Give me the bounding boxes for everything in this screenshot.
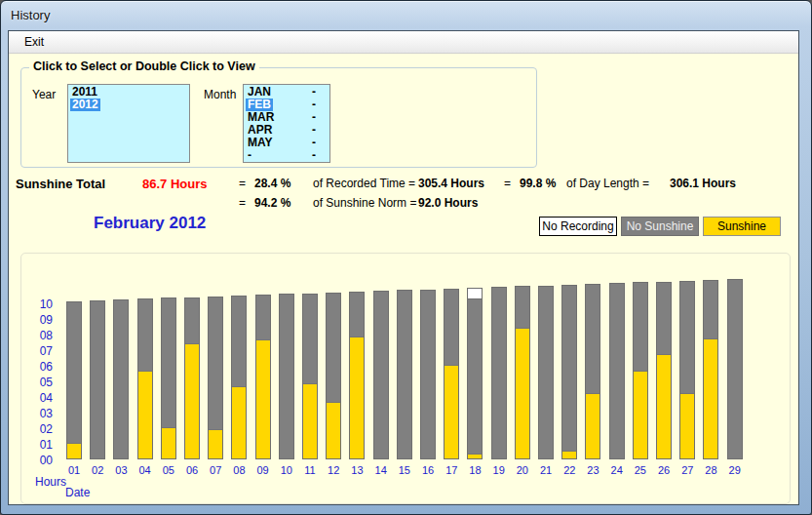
title-bar[interactable]: History xyxy=(1,1,811,30)
sunshine-norm-label: of Sunshine Norm = xyxy=(313,196,416,210)
menu-item-exit[interactable]: Exit xyxy=(15,32,54,52)
no-sunshine-segment xyxy=(634,283,647,371)
equals-sign: = xyxy=(239,177,246,190)
no-sunshine-segment xyxy=(256,296,270,339)
no-sunshine-segment xyxy=(162,298,175,427)
year-item-2012[interactable]: 2012 xyxy=(68,99,189,111)
sunshine-segment xyxy=(303,383,317,458)
x-tick-17: 17 xyxy=(444,464,459,476)
norm-hours-value: 92.0 Hours xyxy=(418,196,478,210)
sunshine-total-label: Sunshine Total xyxy=(16,177,105,191)
day-bar-11 xyxy=(302,294,318,459)
day-bar-19 xyxy=(491,287,507,459)
no-sunshine-segment xyxy=(704,281,717,338)
no-sunshine-segment xyxy=(421,291,435,458)
history-window: History Exit Click to Select or Double C… xyxy=(0,0,812,515)
month-item--[interactable]: -- xyxy=(244,149,329,162)
day-bar-26 xyxy=(656,282,672,459)
day-bar-12 xyxy=(326,293,341,459)
sunshine-segment xyxy=(468,454,482,458)
day-bar-05 xyxy=(161,297,176,459)
no-sunshine-segment xyxy=(91,301,104,458)
x-tick-22: 22 xyxy=(561,464,577,476)
day-bar-08 xyxy=(231,296,247,459)
window-client-area: Exit Click to Select or Double Click to … xyxy=(8,30,799,505)
x-tick-08: 08 xyxy=(231,464,247,476)
sunshine-segment xyxy=(704,338,717,458)
summary-row-1: Sunshine Total 86.7 Hours = 28.4 % of Re… xyxy=(9,177,798,192)
no-sunshine-segment xyxy=(327,294,340,402)
no-sunshine-segment xyxy=(728,280,742,458)
no-sunshine-segment xyxy=(610,284,624,458)
pct-of-recorded: 28.4 % xyxy=(254,177,290,190)
recorded-time-label: of Recorded Time = xyxy=(313,177,415,190)
no-sunshine-segment xyxy=(586,285,599,393)
month-item-may[interactable]: MAY- xyxy=(244,137,329,149)
no-sunshine-segment xyxy=(374,292,388,458)
no-sunshine-segment xyxy=(232,297,246,386)
form-content: Click to Select or Double Click to View … xyxy=(9,54,798,504)
sunshine-segment xyxy=(516,328,529,458)
day-bar-10 xyxy=(279,294,294,459)
day-bar-15 xyxy=(397,290,412,459)
x-tick-25: 25 xyxy=(633,464,648,476)
no-sunshine-segment xyxy=(492,288,506,458)
x-tick-10: 10 xyxy=(279,464,294,476)
list-item-value: - xyxy=(312,149,316,162)
sunshine-segment xyxy=(445,365,458,458)
day-bar-22 xyxy=(561,285,577,459)
no-sunshine-segment xyxy=(303,295,317,383)
no-sunshine-segment xyxy=(539,287,553,458)
y-axis-title: Hours xyxy=(35,475,66,489)
x-tick-01: 01 xyxy=(66,464,82,476)
day-bar-16 xyxy=(420,290,436,459)
no-sunshine-segment xyxy=(468,299,482,454)
sunshine-segment xyxy=(232,386,246,458)
month-listbox[interactable]: JAN-FEB-MAR-APR-MAY--- xyxy=(243,84,330,163)
day-bar-20 xyxy=(515,286,530,459)
day-length-hours-value: 306.1 Hours xyxy=(670,177,736,190)
no-sunshine-segment xyxy=(350,293,364,337)
no-sunshine-segment xyxy=(680,282,694,393)
sunshine-segment xyxy=(634,371,647,458)
y-tick-06: 06 xyxy=(21,360,53,374)
x-tick-27: 27 xyxy=(679,464,695,476)
year-label: Year xyxy=(32,88,56,101)
x-tick-11: 11 xyxy=(302,464,318,476)
y-tick-04: 04 xyxy=(21,391,53,405)
no-recording-segment xyxy=(468,289,482,299)
y-tick-01: 01 xyxy=(21,438,53,452)
x-tick-20: 20 xyxy=(515,464,530,476)
x-tick-21: 21 xyxy=(538,464,554,476)
groupbox-title: Click to Select or Double Click to View xyxy=(29,59,259,73)
year-listbox[interactable]: 20112012 xyxy=(67,84,190,163)
day-bar-02 xyxy=(90,300,105,459)
selector-groupbox: Click to Select or Double Click to View … xyxy=(20,67,537,168)
sunshine-segment xyxy=(586,393,599,458)
no-sunshine-segment xyxy=(445,290,458,365)
day-bar-03 xyxy=(113,299,129,459)
day-bar-01 xyxy=(66,301,82,459)
day-bar-14 xyxy=(373,291,389,459)
day-bar-21 xyxy=(538,286,554,459)
y-tick-08: 08 xyxy=(21,329,53,342)
x-tick-07: 07 xyxy=(208,464,223,476)
no-sunshine-segment xyxy=(280,295,293,458)
no-sunshine-segment xyxy=(657,283,671,354)
sunshine-segment xyxy=(680,393,694,458)
day-bar-29 xyxy=(727,279,743,459)
day-bar-24 xyxy=(609,283,625,459)
day-bar-23 xyxy=(585,284,600,459)
day-bar-18 xyxy=(467,288,483,459)
day-bar-28 xyxy=(703,280,718,459)
x-axis-labels: 0102030405060708091011121314151617181920… xyxy=(66,464,743,476)
x-tick-09: 09 xyxy=(255,464,271,476)
x-tick-06: 06 xyxy=(184,464,200,476)
sunshine-segment xyxy=(185,343,199,458)
day-bar-09 xyxy=(255,295,271,459)
day-length-label: of Day Length = xyxy=(566,177,649,190)
sunshine-segment xyxy=(562,451,576,458)
x-tick-16: 16 xyxy=(420,464,436,476)
y-tick-05: 05 xyxy=(21,376,53,389)
x-tick-28: 28 xyxy=(703,464,718,476)
